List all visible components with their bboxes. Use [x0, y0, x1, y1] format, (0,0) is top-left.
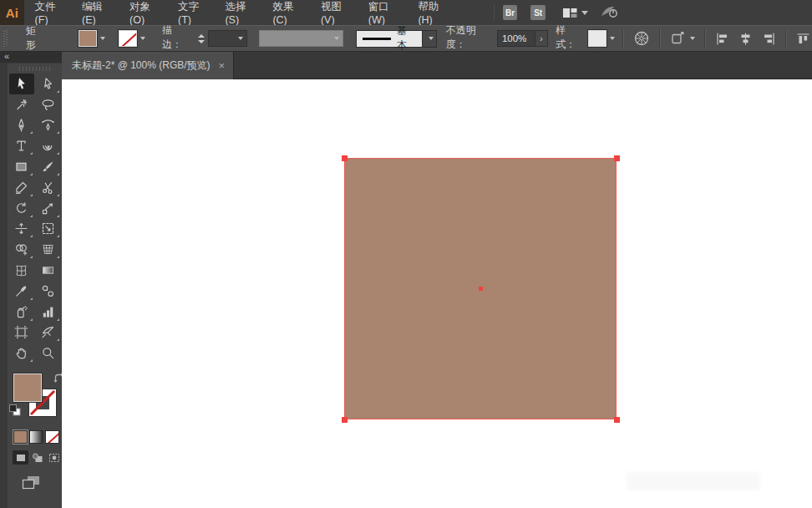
tool-free-transform-tool[interactable]	[36, 219, 61, 240]
align-horizontal-left-button[interactable]	[713, 30, 731, 48]
tool-curvature-tool[interactable]	[36, 115, 61, 136]
separator	[659, 29, 661, 48]
fill-color-control[interactable]	[79, 30, 105, 47]
stroke-weight-stepper[interactable]	[198, 34, 205, 43]
watermark	[627, 472, 760, 490]
menu-item-help[interactable]: 帮助(H)	[407, 0, 454, 25]
menu-item-view[interactable]: 视图(V)	[310, 0, 358, 25]
menu-item-file[interactable]: 文件(F)	[24, 0, 71, 25]
tool-slice-tool[interactable]	[36, 323, 61, 343]
tool-type-tool[interactable]	[9, 135, 34, 156]
brush-definition-control[interactable]: 基本	[356, 30, 437, 48]
opacity-more-button[interactable]: ›	[535, 30, 549, 47]
menu-item-type[interactable]: 文字(T)	[167, 0, 214, 25]
tool-gradient-tool[interactable]	[36, 260, 61, 281]
menu-bar: Ai 文件(F)编辑(E)对象(O)文字(T)选择(S)效果(C)视图(V)窗口…	[0, 0, 812, 26]
style-swatch[interactable]	[588, 30, 606, 47]
gradient-mode-button[interactable]	[29, 430, 43, 444]
tool-rotate-tool[interactable]	[9, 198, 34, 219]
opacity-field[interactable]: 100%	[497, 30, 535, 47]
flyout-indicator	[57, 235, 59, 237]
menu-item-edit[interactable]: 编辑(E)	[71, 0, 119, 25]
tool-selection-tool[interactable]	[9, 74, 34, 94]
tool-spiral-tool[interactable]	[36, 135, 61, 156]
align-vertical-top-button[interactable]	[794, 30, 812, 48]
tool-column-graph-tool[interactable]	[36, 302, 61, 323]
tool-blend-tool[interactable]	[36, 281, 61, 302]
cs-live-button[interactable]	[600, 4, 620, 22]
selection-anchor[interactable]	[614, 417, 620, 423]
tool-pen-tool[interactable]	[9, 115, 34, 136]
tool-symbol-sprayer-tool[interactable]	[9, 302, 34, 323]
menu-item-window[interactable]: 窗口(W)	[358, 0, 408, 25]
tool-lasso-tool[interactable]	[36, 94, 61, 115]
menubar-separator	[494, 5, 495, 20]
workspace-switcher[interactable]	[562, 7, 588, 19]
free-transform-icon	[41, 221, 55, 236]
document-tab-strip: 未标题-2* @ 100% (RGB/预览) ×	[62, 52, 812, 79]
style-control[interactable]	[588, 30, 615, 47]
tool-eyedropper-tool[interactable]	[9, 281, 34, 302]
tool-perspective-grid-tool[interactable]	[36, 239, 61, 260]
tool-width-tool[interactable]	[9, 219, 34, 240]
flyout-indicator	[30, 359, 33, 362]
fill-swatch[interactable]	[79, 30, 97, 47]
default-fill-stroke-button[interactable]	[8, 404, 22, 420]
menu-item-effect[interactable]: 效果(C)	[261, 0, 309, 25]
stock-button[interactable]: St	[530, 5, 546, 20]
document-tab[interactable]: 未标题-2* @ 100% (RGB/预览) ×	[62, 52, 234, 79]
align-horizontal-left-icon	[715, 32, 729, 46]
flyout-indicator	[30, 194, 33, 196]
tool-artboard-tool[interactable]	[9, 323, 34, 343]
tool-zoom-tool[interactable]	[36, 343, 61, 363]
stroke-weight-dropdown[interactable]	[208, 30, 247, 47]
separator	[785, 29, 787, 48]
selection-anchor[interactable]	[614, 155, 620, 161]
close-tab-icon[interactable]: ×	[219, 60, 226, 71]
shape-properties-button[interactable]	[668, 28, 697, 48]
menu-item-select[interactable]: 选择(S)	[214, 0, 261, 25]
tool-rectangle-tool[interactable]	[9, 156, 34, 177]
stroke-weight-label[interactable]: 描边：	[162, 23, 191, 53]
flyout-indicator	[57, 318, 59, 321]
tool-magic-wand-tool[interactable]	[9, 94, 34, 115]
stroke-swatch-none[interactable]	[119, 30, 137, 47]
brush-dropdown-button[interactable]	[423, 30, 436, 48]
tool-hand-tool[interactable]	[9, 343, 34, 363]
control-bar-grip[interactable]	[3, 30, 8, 47]
fill-proxy-swatch[interactable]	[13, 373, 42, 402]
chevron-down-icon	[690, 37, 695, 40]
opacity-label[interactable]: 不透明度：	[446, 23, 495, 53]
panel-grip[interactable]	[19, 67, 51, 71]
draw-behind-button[interactable]	[29, 450, 45, 465]
tool-shape-builder-tool[interactable]	[9, 239, 34, 260]
draw-inside-button[interactable]	[46, 450, 62, 465]
tool-scale-tool[interactable]	[36, 198, 61, 219]
paintbrush-icon	[41, 160, 55, 174]
bridge-button[interactable]: Br	[503, 5, 518, 20]
selection-anchor[interactable]	[342, 155, 348, 161]
tool-paintbrush-tool[interactable]	[36, 156, 61, 177]
canvas[interactable]	[62, 79, 812, 508]
tool-scissors-tool[interactable]	[36, 177, 61, 198]
draw-normal-button[interactable]	[13, 450, 28, 465]
screen-mode-button[interactable]	[21, 475, 62, 495]
style-label[interactable]: 样式：	[556, 23, 585, 53]
tool-shaper-tool[interactable]	[9, 177, 34, 198]
stroke-color-control[interactable]	[119, 30, 145, 47]
scale-icon	[41, 201, 55, 216]
tool-direct-selection-tool[interactable]	[36, 74, 61, 94]
tool-mesh-tool[interactable]	[9, 260, 34, 281]
app-logo: Ai	[0, 0, 24, 25]
menu-item-object[interactable]: 对象(O)	[119, 0, 167, 25]
rectangle-icon	[14, 160, 28, 174]
none-mode-button[interactable]	[45, 430, 59, 444]
recolor-artwork-button[interactable]	[632, 28, 652, 48]
brush-definition-field[interactable]: 基本	[356, 30, 424, 48]
align-horizontal-center-button[interactable]	[737, 30, 754, 48]
color-mode-button[interactable]	[13, 430, 28, 444]
selection-anchor[interactable]	[342, 417, 348, 423]
collapse-panel-button[interactable]: «	[4, 51, 8, 61]
align-horizontal-right-button[interactable]	[760, 30, 778, 48]
flyout-indicator	[30, 131, 33, 134]
